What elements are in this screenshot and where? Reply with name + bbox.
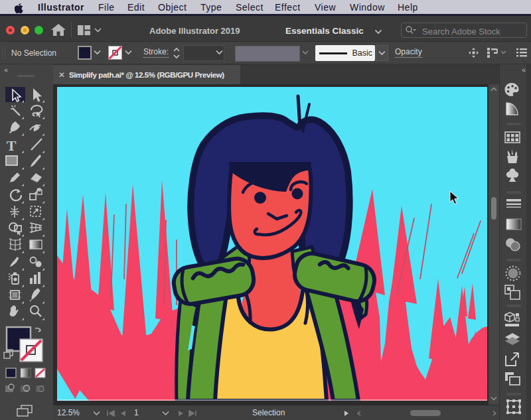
- svg-text:T: T: [7, 137, 17, 154]
